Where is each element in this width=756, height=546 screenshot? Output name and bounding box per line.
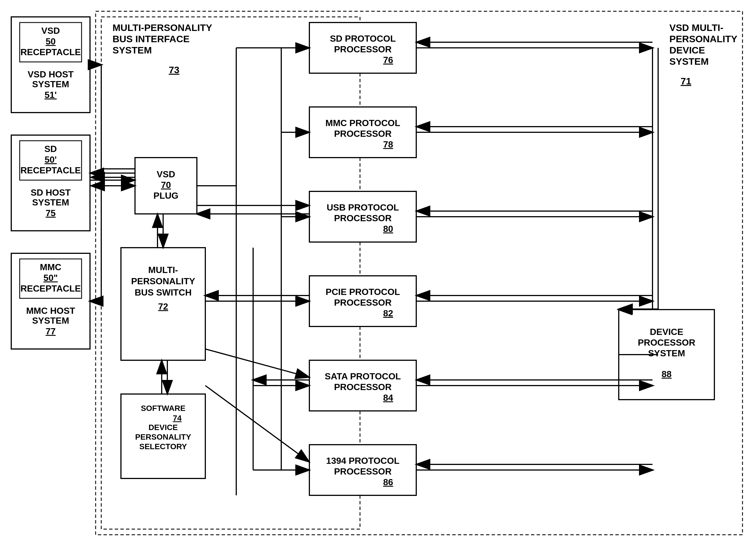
dev-proc-label1: DEVICE [650,327,683,337]
sd-ref-50: 50' [44,154,57,165]
sw-ref-74: 74 [173,414,182,423]
mpbs-label3: BUS SWITCH [135,288,192,298]
sd-proc-ref-76: 76 [383,55,393,65]
vsd-label: VSD [41,26,60,36]
usb-proc-label1: USB PROTOCOL [327,202,399,212]
sd-ref-75: 75 [46,208,56,218]
sd-host-label2: SYSTEM [32,197,69,207]
vsd-multi-title4: SYSTEM [669,56,709,67]
p1394-proc-ref-86: 86 [383,477,393,487]
mpbs-label2: PERSONALITY [131,276,195,286]
mmc-proc-ref-78: 78 [383,139,393,149]
diagram-container: VSD 50 RECEPTACLE VSD HOST SYSTEM 51' SD… [0,0,756,546]
sd-host-label1: SD HOST [31,187,71,197]
mmc-proc-label2: PROCESSOR [334,129,391,139]
sw-label3: PERSONALITY [135,433,191,441]
sata-proc-ref-84: 84 [383,393,393,403]
vsd-ref-51: 51' [44,90,57,100]
mpbi-title3: SYSTEM [113,45,152,55]
usb-proc-label2: PROCESSOR [334,213,391,223]
mmc-receptacle-label: RECEPTACLE [21,284,81,294]
sata-proc-label2: PROCESSOR [334,382,391,392]
p1394-proc-label1: 1394 PROTOCOL [326,456,400,466]
mpbs-label1: MULTI- [148,265,178,275]
pcie-proc-label1: PCIE PROTOCOL [326,287,400,297]
mmc-ref-77: 77 [46,326,56,336]
usb-proc-ref-80: 80 [383,224,393,234]
vsd-multi-title2: PERSONALITY [669,33,737,44]
sw-label1: SOFTWARE [141,404,186,413]
dev-proc-label3: SYSTEM [648,348,685,358]
vsd-plug-ref-70: 70 [161,180,171,190]
mmc-host-label1: MMC HOST [26,306,75,316]
vsd-plug-label2: PLUG [154,190,179,201]
sw-label2: DEVICE [149,423,178,432]
sata-proc-label1: SATA PROTOCOL [325,371,401,381]
dev-proc-label2: PROCESSOR [638,338,695,348]
sd-proc-label1: SD PROTOCOL [330,33,396,44]
vsd-ref-50: 50 [46,36,56,46]
sd-label: SD [44,144,57,154]
mpbi-title1: MULTI-PERSONALITY [113,22,212,33]
pcie-proc-ref-82: 82 [383,308,393,318]
mpbs-ref-72: 72 [158,302,168,312]
pcie-proc-label2: PROCESSOR [334,298,391,308]
vsd-multi-title1: VSD MULTI- [669,22,723,33]
mpbi-title2: BUS INTERFACE [113,33,190,44]
mpbi-ref-73: 73 [169,64,179,75]
vsd-host-label1: VSD HOST [28,69,74,79]
mmc-proc-label1: MMC PROTOCOL [325,118,400,128]
sd-proc-label2: PROCESSOR [334,44,391,54]
p1394-proc-label2: PROCESSOR [334,466,391,477]
sd-receptacle-label: RECEPTACLE [21,165,81,175]
sw-label4: SELECTORY [139,442,187,451]
vsd-plug-label1: VSD [157,169,175,179]
vsd-host-label2: SYSTEM [32,79,69,89]
dev-proc-ref-88: 88 [661,369,672,379]
vsd-multi-title3: DEVICE [669,45,705,55]
vsd-receptacle-label: RECEPTACLE [21,47,81,57]
mmc-label: MMC [40,262,61,272]
mmc-host-label2: SYSTEM [32,316,69,326]
mmc-ref-50: 50" [44,273,58,283]
vsd-multi-ref-71: 71 [681,76,691,86]
